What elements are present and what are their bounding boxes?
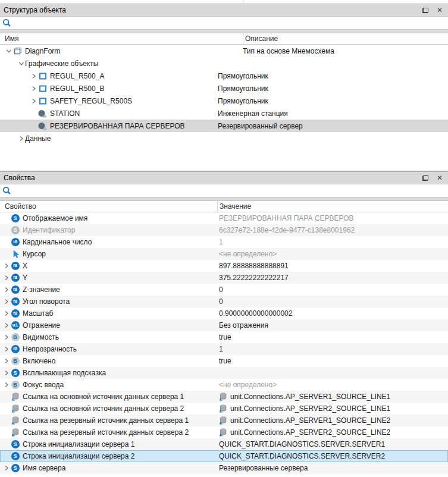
property-row[interactable]: B Включено true (0, 355, 448, 367)
expander-chevron-icon[interactable] (2, 275, 10, 281)
property-row[interactable]: S Строка инициализации сервера 2 QUICK_S… (0, 450, 448, 462)
property-value[interactable]: true (219, 357, 447, 365)
column-resize-handle[interactable] (243, 33, 243, 44)
expander-chevron-icon[interactable] (2, 334, 10, 340)
property-value[interactable]: 1 (219, 238, 447, 246)
property-value-text: <не определено> (219, 250, 277, 258)
panel-titlebar[interactable]: Структура объекта ✕ (0, 4, 448, 17)
property-value[interactable]: QUICK_START.DIAGNOSTICS.SERVER.SERVER2 (219, 452, 447, 460)
property-value[interactable]: unit.Connections.AP_SERVER2_SOURCE_LINE1 (219, 404, 447, 413)
property-value[interactable]: Без отражения (219, 321, 447, 329)
tree-row[interactable]: РЕЗЕРВИРОВАННАЯ ПАРА СЕРВЕРОВ Резервиров… (0, 120, 448, 132)
expander-chevron-icon[interactable] (2, 322, 10, 328)
expander-chevron-icon[interactable] (2, 263, 10, 269)
property-row[interactable]: S Строка инициализации сервера 1 QUICK_S… (0, 438, 448, 450)
property-row[interactable]: f8 Угол поворота 0 (0, 296, 448, 307)
tree-empty-area (0, 145, 448, 171)
form-icon (14, 47, 22, 55)
search-bar[interactable] (0, 184, 448, 197)
type-badge-icon: S (11, 464, 20, 472)
property-column-header[interactable]: Свойство Значение (0, 201, 448, 212)
property-value[interactable]: 0.90000000000000002 (219, 309, 447, 318)
tree-row[interactable]: REGUL_R500_B Прямоугольник (0, 82, 448, 95)
tree-row[interactable]: STATION Инженерная станция (0, 107, 448, 120)
expander-chevron-icon[interactable] (2, 310, 10, 316)
property-row[interactable]: B Видимость true (0, 331, 448, 343)
close-icon[interactable]: ✕ (435, 174, 444, 182)
expander-chevron-icon[interactable] (30, 98, 37, 104)
property-value[interactable]: 375.22222222222217 (219, 274, 447, 282)
property-row[interactable]: f8 Непрозрачность 1 (0, 343, 448, 355)
property-value[interactable]: QUICK_START.DIAGNOSTICS.SERVER.SERVER1 (219, 440, 447, 448)
tree-row[interactable]: DiagnForm Тип на основе Мнемосхема (0, 45, 448, 57)
tree-row[interactable]: Данные (0, 132, 448, 145)
tree-item-label: STATION (50, 109, 80, 118)
expander-chevron-icon[interactable] (2, 358, 10, 364)
property-row[interactable]: f8 Z-значение 0 (0, 284, 448, 296)
property-value[interactable]: unit.Connections.AP_SERVER1_SOURCE_LINE2 (219, 416, 447, 425)
column-header-name[interactable]: Имя (0, 34, 18, 43)
panel-title: Структура объекта (4, 6, 416, 14)
float-window-icon[interactable] (421, 6, 430, 14)
property-value[interactable]: 0 (219, 285, 447, 294)
property-name: Ссылка на резервный источник данных серв… (23, 428, 189, 437)
property-value[interactable]: <не определено> (219, 381, 447, 389)
property-row[interactable]: Ссылка на резервный источник данных серв… (0, 415, 448, 426)
column-header-property[interactable]: Свойство (0, 202, 36, 211)
expander-chevron-icon[interactable] (2, 382, 10, 388)
expander-chevron-icon[interactable] (17, 61, 25, 67)
expander-chevron-icon[interactable] (30, 73, 37, 79)
property-value[interactable]: unit.Connections.AP_SERVER1_SOURCE_LINE1 (219, 393, 447, 401)
property-value[interactable]: 6c327e72-188e-42de-9477-c138e8001962 (219, 226, 447, 234)
property-value[interactable]: 897.88888888888891 (219, 262, 447, 270)
property-name: Ссылка на основной источник данных серве… (23, 393, 184, 401)
property-row[interactable]: S Отображаемое имя РЕЗЕРВИРОВАННАЯ ПАРА … (0, 212, 448, 224)
property-value[interactable]: 1 (219, 345, 447, 353)
tree-column-header[interactable]: Имя Описание (0, 33, 448, 45)
expander-chevron-icon[interactable] (2, 346, 10, 352)
property-row[interactable]: S Имя сервера Резервированные сервера (0, 462, 448, 474)
column-header-value[interactable]: Значение (220, 202, 251, 211)
type-badge-icon: S (11, 369, 20, 377)
tree-row[interactable]: Графические объекты (0, 57, 448, 70)
expander-chevron-icon[interactable] (2, 465, 10, 471)
property-value[interactable]: РЕЗЕРВИРОВАННАЯ ПАРА СЕРВЕРОВ (219, 214, 447, 222)
property-value[interactable]: unit.Connections.AP_SERVER2_SOURCE_LINE2 (219, 428, 447, 437)
tree-item-description: Прямоугольник (218, 72, 268, 80)
property-row[interactable]: Ссылка на основной источник данных серве… (0, 391, 448, 403)
type-badge-icon: B (11, 357, 20, 365)
property-row[interactable]: Курсор <не определено> (0, 248, 448, 260)
property-value[interactable]: Резервированные сервера (219, 464, 447, 472)
property-row[interactable]: S Идентификатор 6c327e72-188e-42de-9477-… (0, 224, 448, 236)
search-bar[interactable] (0, 17, 448, 30)
property-row[interactable]: Ссылка на резервный источник данных серв… (0, 426, 448, 438)
property-row[interactable]: Ссылка на основной источник данных серве… (0, 403, 448, 415)
tree-item-description: Прямоугольник (218, 97, 268, 105)
float-window-icon[interactable] (421, 174, 430, 182)
property-row[interactable]: i8 Кардинальное число 1 (0, 236, 448, 248)
property-row[interactable]: u1 Отражение Без отражения (0, 319, 448, 331)
expander-chevron-icon[interactable] (2, 299, 10, 305)
panel-titlebar[interactable]: Свойства ✕ (0, 171, 448, 184)
property-row[interactable]: S Всплывающая подсказка (0, 367, 448, 379)
property-row[interactable]: f8 X 897.88888888888891 (0, 260, 448, 272)
property-value[interactable]: 0 (219, 297, 447, 306)
column-resize-handle[interactable] (217, 201, 218, 212)
rectangle-icon (39, 84, 47, 93)
property-row[interactable]: f8 Y 375.22222222222217 (0, 272, 448, 284)
property-row[interactable]: f8 Масштаб 0.90000000000000002 (0, 307, 448, 319)
property-row[interactable]: B Фокус ввода <не определено> (0, 379, 448, 391)
column-header-description[interactable]: Описание (245, 34, 278, 43)
expander-chevron-icon[interactable] (17, 136, 25, 142)
expander-chevron-icon[interactable] (5, 48, 12, 54)
object-structure-panel: Структура объекта ✕ Имя Описание DiagnFo… (0, 4, 448, 171)
property-value[interactable]: true (219, 333, 447, 341)
property-value-text: true (219, 333, 231, 341)
expander-chevron-icon[interactable] (30, 86, 37, 92)
tree-row[interactable]: SAFETY_REGUL_R500S Прямоугольник (0, 95, 448, 107)
close-icon[interactable]: ✕ (435, 6, 444, 14)
expander-chevron-icon[interactable] (2, 370, 10, 376)
tree-row[interactable]: REGUL_R500_A Прямоугольник (0, 70, 448, 82)
expander-chevron-icon[interactable] (2, 287, 10, 293)
property-value[interactable]: <не определено> (219, 250, 447, 258)
